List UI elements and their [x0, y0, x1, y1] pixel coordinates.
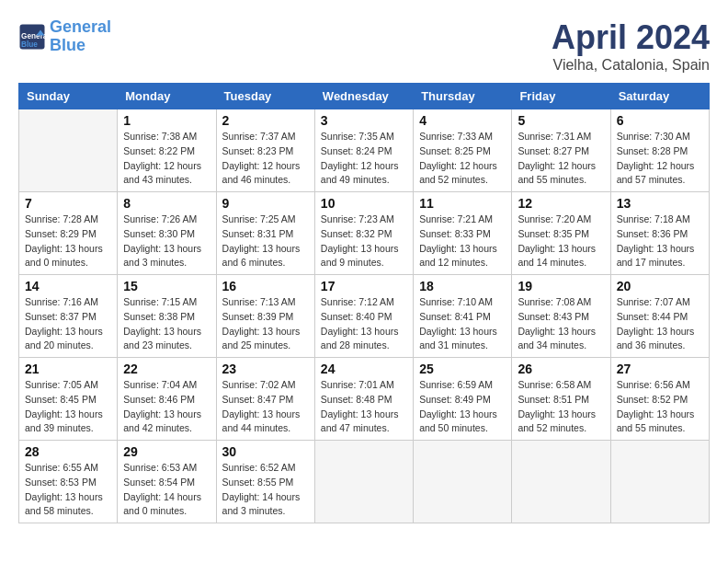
- cell-info: Sunrise: 7:15 AMSunset: 8:38 PMDaylight:…: [123, 295, 210, 353]
- day-number: 15: [123, 279, 210, 293]
- cell-info: Sunrise: 7:18 AMSunset: 8:36 PMDaylight:…: [617, 213, 703, 270]
- day-number: 3: [321, 113, 407, 128]
- logo-text: General Blue: [50, 18, 111, 55]
- logo-line1: General: [50, 17, 111, 36]
- day-cell-1: 1Sunrise: 7:38 AMSunset: 8:22 PMDaylight…: [118, 109, 216, 192]
- logo: General Blue General Blue: [18, 18, 111, 55]
- day-cell-20: 20Sunrise: 7:07 AMSunset: 8:44 PMDayligh…: [610, 275, 709, 358]
- calendar-table: SundayMondayTuesdayWednesdayThursdayFrid…: [18, 83, 710, 523]
- day-number: 17: [321, 279, 407, 293]
- cell-info: Sunrise: 7:26 AMSunset: 8:30 PMDaylight:…: [123, 213, 210, 270]
- cell-info: Sunrise: 7:21 AMSunset: 8:33 PMDaylight:…: [419, 213, 506, 270]
- day-number: 22: [123, 362, 210, 376]
- day-number: 29: [123, 444, 210, 459]
- day-cell-14: 14Sunrise: 7:16 AMSunset: 8:37 PMDayligh…: [19, 275, 118, 358]
- weekday-header-friday: Friday: [512, 84, 610, 109]
- weekday-header-row: SundayMondayTuesdayWednesdayThursdayFrid…: [19, 84, 710, 109]
- day-number: 11: [419, 196, 506, 211]
- day-number: 10: [321, 196, 407, 211]
- day-number: 23: [222, 362, 309, 376]
- day-cell-22: 22Sunrise: 7:04 AMSunset: 8:46 PMDayligh…: [118, 358, 216, 441]
- day-number: 6: [617, 113, 703, 128]
- svg-text:Blue: Blue: [21, 40, 38, 48]
- cell-info: Sunrise: 6:59 AMSunset: 8:49 PMDaylight:…: [419, 378, 506, 436]
- cell-info: Sunrise: 7:05 AMSunset: 8:45 PMDaylight:…: [25, 378, 111, 436]
- weekday-header-tuesday: Tuesday: [216, 84, 314, 109]
- day-cell-23: 23Sunrise: 7:02 AMSunset: 8:47 PMDayligh…: [216, 358, 314, 441]
- weekday-header-monday: Monday: [118, 84, 216, 109]
- cell-info: Sunrise: 7:16 AMSunset: 8:37 PMDaylight:…: [25, 295, 111, 353]
- cell-info: Sunrise: 6:55 AMSunset: 8:53 PMDaylight:…: [25, 461, 111, 519]
- week-row-0: 1Sunrise: 7:38 AMSunset: 8:22 PMDaylight…: [19, 109, 710, 192]
- month-title: April 2024: [552, 18, 710, 57]
- weekday-header-wednesday: Wednesday: [314, 84, 413, 109]
- day-number: 7: [25, 196, 111, 211]
- day-number: 21: [25, 362, 111, 376]
- day-number: 2: [222, 113, 309, 128]
- empty-cell: [610, 441, 709, 523]
- week-row-3: 21Sunrise: 7:05 AMSunset: 8:45 PMDayligh…: [19, 358, 710, 441]
- day-cell-19: 19Sunrise: 7:08 AMSunset: 8:43 PMDayligh…: [512, 275, 610, 358]
- day-number: 14: [25, 279, 111, 293]
- cell-info: Sunrise: 6:52 AMSunset: 8:55 PMDaylight:…: [222, 461, 309, 519]
- day-cell-17: 17Sunrise: 7:12 AMSunset: 8:40 PMDayligh…: [314, 275, 413, 358]
- day-number: 4: [419, 113, 506, 128]
- empty-cell: [512, 441, 610, 523]
- day-cell-6: 6Sunrise: 7:30 AMSunset: 8:28 PMDaylight…: [610, 109, 709, 192]
- day-number: 19: [518, 279, 604, 293]
- day-cell-29: 29Sunrise: 6:53 AMSunset: 8:54 PMDayligh…: [118, 441, 216, 523]
- cell-info: Sunrise: 7:37 AMSunset: 8:23 PMDaylight:…: [222, 130, 309, 188]
- cell-info: Sunrise: 7:20 AMSunset: 8:35 PMDaylight:…: [518, 213, 604, 270]
- day-number: 1: [123, 113, 210, 128]
- cell-info: Sunrise: 7:23 AMSunset: 8:32 PMDaylight:…: [321, 213, 407, 270]
- empty-cell: [414, 441, 512, 523]
- location-title: Vielha, Catalonia, Spain: [552, 57, 710, 74]
- calendar-body: 1Sunrise: 7:38 AMSunset: 8:22 PMDaylight…: [19, 109, 710, 523]
- day-number: 26: [518, 362, 604, 376]
- cell-info: Sunrise: 7:04 AMSunset: 8:46 PMDaylight:…: [123, 378, 210, 436]
- logo-icon: General Blue: [18, 23, 46, 51]
- cell-info: Sunrise: 6:53 AMSunset: 8:54 PMDaylight:…: [123, 461, 210, 519]
- day-cell-24: 24Sunrise: 7:01 AMSunset: 8:48 PMDayligh…: [314, 358, 413, 441]
- day-cell-21: 21Sunrise: 7:05 AMSunset: 8:45 PMDayligh…: [19, 358, 118, 441]
- day-cell-9: 9Sunrise: 7:25 AMSunset: 8:31 PMDaylight…: [216, 192, 314, 275]
- day-cell-28: 28Sunrise: 6:55 AMSunset: 8:53 PMDayligh…: [19, 441, 118, 523]
- day-cell-5: 5Sunrise: 7:31 AMSunset: 8:27 PMDaylight…: [512, 109, 610, 192]
- day-cell-10: 10Sunrise: 7:23 AMSunset: 8:32 PMDayligh…: [314, 192, 413, 275]
- day-cell-3: 3Sunrise: 7:35 AMSunset: 8:24 PMDaylight…: [314, 109, 413, 192]
- day-number: 24: [321, 362, 407, 376]
- cell-info: Sunrise: 6:56 AMSunset: 8:52 PMDaylight:…: [617, 378, 703, 436]
- weekday-header-saturday: Saturday: [610, 84, 709, 109]
- week-row-4: 28Sunrise: 6:55 AMSunset: 8:53 PMDayligh…: [19, 441, 710, 523]
- day-cell-13: 13Sunrise: 7:18 AMSunset: 8:36 PMDayligh…: [610, 192, 709, 275]
- day-number: 27: [617, 362, 703, 376]
- day-cell-27: 27Sunrise: 6:56 AMSunset: 8:52 PMDayligh…: [610, 358, 709, 441]
- empty-cell: [19, 109, 118, 192]
- logo-line2: Blue: [50, 36, 85, 54]
- day-cell-25: 25Sunrise: 6:59 AMSunset: 8:49 PMDayligh…: [414, 358, 512, 441]
- day-number: 20: [617, 279, 703, 293]
- empty-cell: [314, 441, 413, 523]
- day-cell-7: 7Sunrise: 7:28 AMSunset: 8:29 PMDaylight…: [19, 192, 118, 275]
- cell-info: Sunrise: 7:07 AMSunset: 8:44 PMDaylight:…: [617, 295, 703, 353]
- cell-info: Sunrise: 7:28 AMSunset: 8:29 PMDaylight:…: [25, 213, 111, 270]
- day-number: 18: [419, 279, 506, 293]
- cell-info: Sunrise: 7:08 AMSunset: 8:43 PMDaylight:…: [518, 295, 604, 353]
- day-cell-26: 26Sunrise: 6:58 AMSunset: 8:51 PMDayligh…: [512, 358, 610, 441]
- day-number: 13: [617, 196, 703, 211]
- cell-info: Sunrise: 7:31 AMSunset: 8:27 PMDaylight:…: [518, 130, 604, 188]
- day-cell-8: 8Sunrise: 7:26 AMSunset: 8:30 PMDaylight…: [118, 192, 216, 275]
- cell-info: Sunrise: 7:25 AMSunset: 8:31 PMDaylight:…: [222, 213, 309, 270]
- day-cell-11: 11Sunrise: 7:21 AMSunset: 8:33 PMDayligh…: [414, 192, 512, 275]
- cell-info: Sunrise: 7:13 AMSunset: 8:39 PMDaylight:…: [222, 295, 309, 353]
- cell-info: Sunrise: 7:38 AMSunset: 8:22 PMDaylight:…: [123, 130, 210, 188]
- day-number: 28: [25, 444, 111, 459]
- cell-info: Sunrise: 7:01 AMSunset: 8:48 PMDaylight:…: [321, 378, 407, 436]
- day-cell-16: 16Sunrise: 7:13 AMSunset: 8:39 PMDayligh…: [216, 275, 314, 358]
- title-area: April 2024 Vielha, Catalonia, Spain: [552, 18, 710, 74]
- week-row-2: 14Sunrise: 7:16 AMSunset: 8:37 PMDayligh…: [19, 275, 710, 358]
- cell-info: Sunrise: 7:33 AMSunset: 8:25 PMDaylight:…: [419, 130, 506, 188]
- day-number: 9: [222, 196, 309, 211]
- day-number: 30: [222, 444, 309, 459]
- day-number: 5: [518, 113, 604, 128]
